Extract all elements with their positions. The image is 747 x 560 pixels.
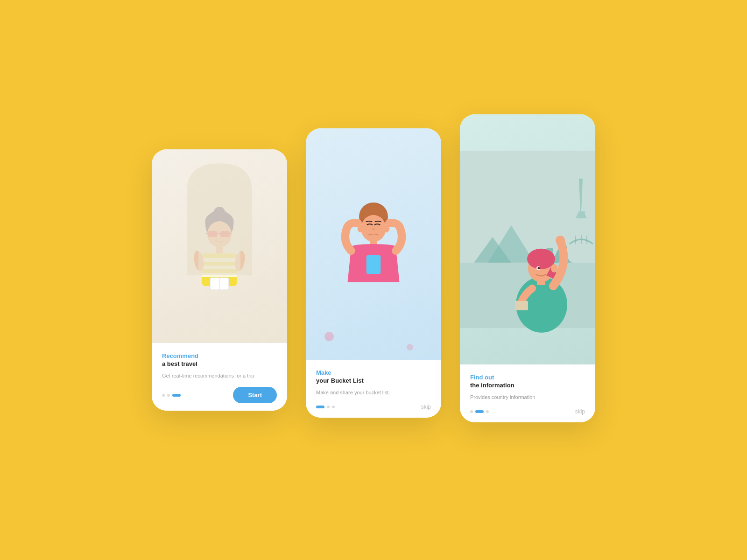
dot-3-3 — [486, 410, 489, 413]
card-3-footer: skip — [470, 408, 585, 415]
dot-2 — [167, 394, 170, 397]
svg-rect-20 — [366, 255, 381, 274]
card-3-title: Find out the information — [470, 374, 585, 390]
dot-3-1 — [470, 410, 473, 413]
card-2-title: Make your Bucket List — [316, 369, 431, 385]
dot-3-2-active — [475, 410, 484, 413]
skip-button-2[interactable]: skip — [421, 404, 431, 410]
dot-2-3 — [332, 406, 335, 408]
deco-circle-pink-1 — [324, 332, 334, 341]
svg-point-41 — [538, 267, 540, 269]
dot-2-2 — [327, 406, 330, 408]
svg-point-42 — [551, 264, 557, 273]
illustration-area-3 — [460, 114, 595, 364]
card-1-bottom: Recommend a best travel Get real-time re… — [152, 343, 287, 411]
card-3-description: Provides country information — [470, 393, 585, 401]
card-1-title: Recommend a best travel — [162, 352, 277, 368]
onboarding-card-3: Find out the information Provides countr… — [460, 114, 595, 422]
illustration-area-2 — [306, 128, 441, 360]
svg-point-23 — [358, 224, 364, 232]
card-1-footer: Start — [162, 387, 277, 403]
card-2-footer: skip — [316, 404, 431, 410]
dot-1 — [162, 394, 165, 397]
card-2-description: Make and share your bucket list. — [316, 389, 431, 397]
svg-point-24 — [383, 224, 389, 232]
onboarding-card-2: Make your Bucket List Make and share you… — [306, 128, 441, 418]
svg-point-43 — [556, 236, 565, 245]
deco-circle-pink-2 — [407, 344, 413, 350]
svg-point-18 — [361, 215, 386, 242]
svg-rect-44 — [515, 301, 528, 310]
illustration-area-1 — [152, 149, 287, 343]
svg-rect-30 — [578, 211, 585, 213]
card-2-bottom: Make your Bucket List Make and share you… — [306, 360, 441, 418]
skip-button-3[interactable]: skip — [575, 408, 585, 415]
arch-decoration — [173, 154, 266, 275]
dot-3-active — [172, 394, 181, 397]
dot-2-active — [316, 406, 324, 408]
start-button[interactable]: Start — [233, 387, 277, 403]
pagination-dots-2 — [316, 406, 335, 408]
svg-point-39 — [527, 249, 555, 269]
onboarding-card-1: Recommend a best travel Get real-time re… — [152, 149, 287, 411]
card-1-description: Get real-time recommendations for a trip — [162, 372, 277, 380]
landmarks-illustration — [460, 114, 595, 364]
pagination-dots-3 — [470, 410, 489, 413]
character-2 — [331, 193, 416, 295]
card-3-bottom: Find out the information Provides countr… — [460, 364, 595, 422]
pagination-dots-1 — [162, 394, 181, 397]
